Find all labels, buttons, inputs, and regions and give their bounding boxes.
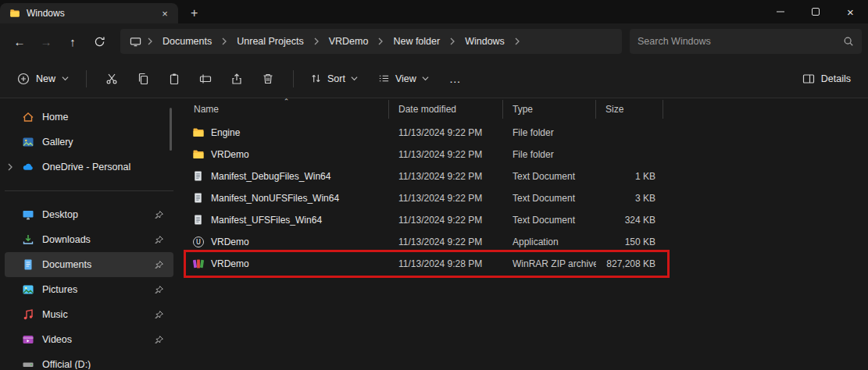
content-area: Home Gallery OneDrive - Personal Desktop	[0, 98, 868, 369]
sidebar-item-label: Official (D:)	[42, 359, 91, 369]
new-button[interactable]: New	[9, 67, 77, 91]
search-input[interactable]	[638, 36, 843, 47]
sidebar-item-documents[interactable]: Documents	[5, 252, 173, 277]
pin-icon	[154, 285, 164, 295]
breadcrumb-item-vrdemo[interactable]: VRDemo	[325, 34, 373, 49]
plus-circle-icon	[17, 73, 30, 85]
sidebar-item-music[interactable]: Music	[5, 302, 173, 327]
file-name: VRDemo	[211, 237, 249, 247]
details-pane-icon	[802, 73, 815, 85]
file-type: File folder	[503, 149, 596, 160]
file-type: Application	[503, 237, 596, 247]
table-row[interactable]: Manifest_NonUFSFiles_Win64 11/13/2024 9:…	[184, 187, 868, 209]
sidebar-item-gallery[interactable]: Gallery	[5, 130, 173, 155]
paste-button[interactable]	[159, 66, 190, 92]
file-name: Manifest_UFSFiles_Win64	[211, 215, 322, 226]
copy-button[interactable]	[127, 66, 159, 92]
file-type: WinRAR ZIP archive	[503, 258, 596, 269]
titlebar: Windows × + ×	[0, 0, 868, 23]
forward-button[interactable]: →	[33, 29, 59, 54]
folder-icon	[192, 148, 205, 161]
videos-icon	[22, 333, 34, 346]
view-icon	[378, 73, 390, 84]
column-header-size[interactable]: Size	[596, 100, 663, 119]
new-button-label: New	[36, 73, 55, 84]
search-box[interactable]	[630, 29, 862, 54]
sidebar-scrollbar[interactable]	[170, 108, 172, 151]
sidebar-item-label: Downloads	[42, 234, 91, 245]
tab-close-icon[interactable]: ×	[158, 6, 172, 20]
column-header-type[interactable]: Type	[503, 100, 596, 119]
breadcrumb-item-unreal-projects[interactable]: Unreal Projects	[233, 34, 307, 49]
sidebar-item-home[interactable]: Home	[5, 105, 173, 130]
breadcrumb[interactable]: Documents Unreal Projects VRDemo New fol…	[120, 29, 622, 54]
chevron-right-icon[interactable]	[145, 37, 155, 45]
details-button[interactable]: Details	[795, 67, 859, 91]
chevron-right-icon[interactable]	[512, 37, 523, 45]
table-row[interactable]: VRDemo 11/13/2024 9:28 PM WinRAR ZIP arc…	[184, 253, 868, 275]
up-button[interactable]: ↑	[59, 29, 86, 54]
delete-button[interactable]	[252, 66, 284, 92]
file-size: 3 KB	[596, 193, 663, 204]
breadcrumb-item-documents[interactable]: Documents	[159, 34, 216, 49]
chevron-right-icon[interactable]	[375, 37, 386, 45]
chevron-right-icon[interactable]	[311, 37, 322, 45]
sidebar-item-official-drive[interactable]: Official (D:)	[5, 352, 173, 369]
minimize-button[interactable]	[763, 0, 798, 23]
chevron-right-icon[interactable]	[219, 37, 230, 45]
table-row[interactable]: Manifest_UFSFiles_Win64 11/13/2024 9:22 …	[184, 209, 868, 231]
more-options-button[interactable]: …	[442, 66, 469, 92]
navigation-bar: ← → ↑ Documents Unreal Projects VRDemo N…	[0, 23, 868, 59]
sidebar-item-label: Home	[42, 112, 68, 123]
pin-icon	[154, 235, 164, 245]
file-list: ⌃ Name Date modified Type Size Engine 11…	[178, 98, 868, 369]
sidebar-item-desktop[interactable]: Desktop	[5, 202, 173, 227]
table-row[interactable]: Manifest_DebugFiles_Win64 11/13/2024 9:2…	[184, 165, 868, 187]
new-tab-button[interactable]: +	[191, 7, 198, 20]
toolbar-separator	[293, 70, 294, 87]
file-name: VRDemo	[211, 258, 249, 269]
pin-icon	[154, 260, 164, 270]
gallery-icon	[22, 136, 34, 148]
refresh-button[interactable]	[86, 29, 113, 54]
music-icon	[22, 308, 34, 321]
table-row[interactable]: U VRDemo 11/13/2024 9:22 PM Application …	[184, 231, 868, 253]
chevron-right-icon[interactable]	[447, 37, 458, 45]
sidebar-item-onedrive[interactable]: OneDrive - Personal	[5, 155, 173, 180]
cut-button[interactable]	[96, 66, 127, 92]
table-row[interactable]: Engine 11/13/2024 9:22 PM File folder	[184, 122, 868, 144]
sidebar-item-pictures[interactable]: Pictures	[5, 277, 173, 302]
onedrive-icon	[22, 161, 34, 173]
breadcrumb-item-windows[interactable]: Windows	[461, 34, 509, 49]
table-row[interactable]: VRDemo 11/13/2024 9:22 PM File folder	[184, 144, 868, 165]
explorer-tab[interactable]: Windows ×	[0, 3, 178, 23]
maximize-button[interactable]	[798, 0, 833, 23]
close-button[interactable]: ×	[833, 0, 868, 23]
rename-button[interactable]	[190, 66, 221, 92]
sidebar-item-downloads[interactable]: Downloads	[5, 227, 173, 252]
search-icon[interactable]	[843, 36, 854, 47]
file-date: 11/13/2024 9:22 PM	[389, 193, 503, 204]
window-controls: ×	[763, 0, 868, 23]
sidebar-item-label: OneDrive - Personal	[42, 162, 130, 173]
view-button[interactable]: View	[371, 67, 436, 90]
sidebar-item-label: Pictures	[42, 284, 77, 295]
column-header-name[interactable]: ⌃ Name	[184, 100, 389, 119]
sort-button[interactable]: Sort	[303, 67, 365, 90]
chevron-down-icon	[351, 75, 358, 82]
file-date: 11/13/2024 9:22 PM	[389, 215, 503, 226]
sidebar-item-videos[interactable]: Videos	[5, 327, 173, 352]
file-size: 324 KB	[596, 215, 663, 226]
back-button[interactable]: ←	[6, 29, 33, 54]
breadcrumb-item-new-folder[interactable]: New folder	[389, 34, 444, 49]
file-type: Text Document	[503, 171, 596, 182]
chevron-expand-icon[interactable]	[6, 163, 14, 171]
file-date: 11/13/2024 9:22 PM	[389, 171, 503, 182]
file-type: Text Document	[503, 215, 596, 226]
share-button[interactable]	[221, 66, 252, 92]
this-pc-icon[interactable]	[130, 36, 141, 48]
tab-title: Windows	[27, 8, 152, 19]
pin-icon	[154, 310, 164, 320]
column-header-date-modified[interactable]: Date modified	[389, 100, 503, 119]
file-name: Manifest_DebugFiles_Win64	[211, 171, 330, 182]
